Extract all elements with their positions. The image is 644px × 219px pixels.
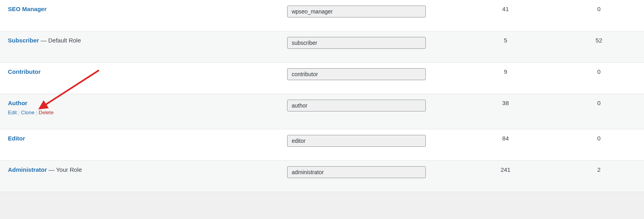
role-slug-input[interactable] [287, 166, 426, 178]
table-row: AuthorEdit | Clone | Delete380 [0, 94, 644, 129]
row-actions: Edit | Clone | Delete [8, 110, 279, 115]
table-row: Editor840 [0, 129, 644, 161]
count-1: 41 [502, 6, 509, 12]
count-1: 5 [504, 37, 507, 44]
separator: | [34, 110, 39, 115]
count-1: 84 [502, 135, 509, 142]
count-1: 9 [504, 68, 507, 75]
table-row: Subscriber — Default Role552 [0, 31, 644, 63]
count-1: 38 [502, 100, 509, 106]
role-name-link[interactable]: SEO Manager [8, 6, 47, 12]
count-2: 2 [597, 166, 600, 173]
count-2: 52 [596, 37, 602, 44]
edit-link[interactable]: Edit [8, 110, 17, 115]
count-2: 0 [597, 100, 600, 106]
role-suffix: — Default Role [39, 37, 81, 44]
role-suffix: — Your Role [47, 166, 82, 173]
role-slug-input[interactable] [287, 100, 426, 111]
role-slug-input[interactable] [287, 37, 426, 49]
separator: | [17, 110, 21, 115]
clone-link[interactable]: Clone [21, 110, 34, 115]
role-slug-input[interactable] [287, 6, 426, 17]
count-1: 241 [501, 166, 511, 173]
role-name-link[interactable]: Subscriber [8, 37, 39, 44]
count-2: 0 [597, 68, 600, 75]
table-row: Contributor90 [0, 63, 644, 94]
count-2: 0 [597, 135, 600, 142]
role-slug-input[interactable] [287, 135, 426, 147]
delete-link[interactable]: Delete [39, 110, 54, 115]
table-row: SEO Manager410 [0, 0, 644, 31]
role-name-link[interactable]: Administrator [8, 166, 47, 173]
role-name-link[interactable]: Editor [8, 135, 25, 142]
roles-table: SEO Manager410Subscriber — Default Role5… [0, 0, 644, 192]
count-2: 0 [597, 6, 600, 12]
role-name-link[interactable]: Contributor [8, 68, 40, 75]
role-name-link[interactable]: Author [8, 100, 27, 106]
table-row: Administrator — Your Role2412 [0, 161, 644, 192]
role-slug-input[interactable] [287, 68, 426, 80]
